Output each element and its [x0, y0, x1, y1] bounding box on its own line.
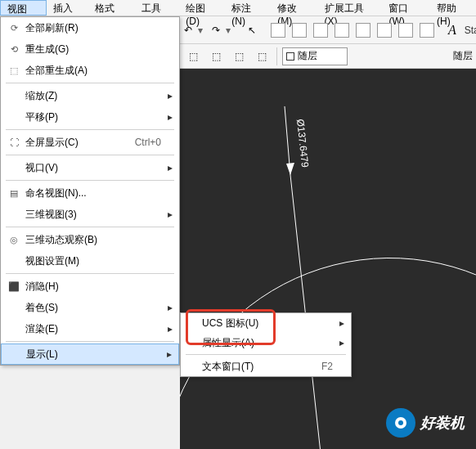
tool-icon-4[interactable] — [334, 20, 350, 40]
menu-item-11[interactable]: ▤命名视图(N)... — [1, 182, 179, 204]
menu-item-15[interactable]: 视图设置(M) — [1, 250, 179, 272]
menu-item-icon — [6, 161, 22, 174]
undo-icon[interactable]: ↶ — [183, 20, 193, 40]
tool-icon-3[interactable] — [312, 20, 329, 40]
menu-item-label: 全屏显示(C) — [22, 136, 135, 150]
submenu-item-1[interactable]: 属性显示(A)▸ — [181, 333, 351, 352]
menu-help[interactable]: 帮助(H) — [430, 0, 476, 16]
submenu-arrow-icon: ▸ — [164, 348, 172, 360]
watermark: 好装机 — [386, 408, 465, 438]
menu-item-label: 视图设置(M) — [22, 254, 161, 268]
menu-draw[interactable]: 绘图(D) — [179, 0, 225, 16]
text-style-icon[interactable]: A — [448, 23, 456, 38]
menu-item-label: 消隐(H) — [22, 280, 161, 294]
submenu-arrow-icon: ▸ — [164, 90, 173, 101]
menu-item-2[interactable]: ⬚全部重生成(A) — [1, 60, 179, 81]
tool-icon-1[interactable] — [270, 20, 286, 40]
menubar: 视图(V) 插入(I) 格式(O) 工具(T) 绘图(D) 标注(N) 修改(M… — [0, 0, 476, 16]
layer-icon-1[interactable]: ⬚ — [183, 47, 203, 66]
menu-window[interactable]: 窗口(W) — [382, 0, 430, 16]
layer-icon-4[interactable]: ⬚ — [252, 47, 272, 66]
menu-item-17[interactable]: ⬛消隐(H) — [1, 276, 179, 297]
menu-item-12[interactable]: 三维视图(3)▸ — [1, 204, 179, 225]
menu-dimension[interactable]: 标注(N) — [225, 0, 271, 16]
menu-item-icon: ◎ — [6, 233, 22, 246]
submenu-arrow-icon: ▸ — [164, 162, 173, 173]
menu-item-label: 三维视图(3) — [22, 208, 161, 222]
menu-item-18[interactable]: 着色(S)▸ — [1, 297, 179, 318]
drawing-canvas[interactable]: Ø137.6479 — [180, 69, 476, 449]
menu-item-icon: ⬚ — [6, 64, 22, 77]
menu-item-shortcut: Ctrl+0 — [135, 137, 161, 148]
submenu-arrow-icon: ▸ — [336, 317, 344, 329]
menu-item-icon: ⟳ — [6, 21, 22, 34]
menu-item-7[interactable]: ⛶全屏显示(C)Ctrl+0 — [1, 132, 179, 153]
layer-icon-3[interactable]: ⬚ — [229, 47, 249, 66]
tool-icon-7[interactable] — [397, 20, 414, 40]
menu-item-icon — [6, 301, 22, 314]
menu-item-label: 全部刷新(R) — [22, 21, 161, 35]
submenu-item-label: 文本窗口(T) — [202, 360, 321, 374]
layer-icon-2[interactable]: ⬚ — [206, 47, 226, 66]
tool-icon-6[interactable] — [376, 20, 393, 40]
menu-item-label: 视口(V) — [22, 161, 161, 175]
submenu-item-shortcut: F2 — [321, 361, 333, 372]
menu-item-label: 渲染(E) — [22, 322, 161, 336]
view-menu-dropdown: ⟳全部刷新(R)⟲重生成(G)⬚全部重生成(A)缩放(Z)▸平移(P)▸⛶全屏显… — [0, 16, 180, 366]
menu-item-4[interactable]: 缩放(Z)▸ — [1, 85, 179, 106]
menu-view[interactable]: 视图(V) — [0, 0, 47, 16]
display-submenu: UCS 图标(U)▸属性显示(A)▸文本窗口(T)F2 — [180, 312, 352, 377]
menu-item-icon: ⟲ — [6, 43, 22, 56]
menu-item-19[interactable]: 渲染(E)▸ — [1, 318, 179, 339]
submenu-arrow-icon: ▸ — [164, 209, 173, 220]
menu-item-icon — [6, 208, 22, 221]
submenu-item-3[interactable]: 文本窗口(T)F2 — [181, 357, 351, 376]
submenu-item-0[interactable]: UCS 图标(U)▸ — [181, 313, 351, 333]
menu-insert[interactable]: 插入(I) — [47, 0, 88, 16]
menu-item-icon — [6, 322, 22, 335]
tool-icon-2[interactable] — [291, 20, 308, 40]
toolbar-2: ⬚ ⬚ ⬚ ⬚ 随层 随层 — [180, 44, 476, 69]
menu-item-label: 重生成(G) — [22, 43, 161, 56]
submenu-item-label: 属性显示(A) — [202, 336, 333, 350]
menu-item-label: 着色(S) — [22, 301, 161, 315]
menu-extra[interactable]: 扩展工具(X) — [318, 0, 383, 16]
menu-item-label: 显示(L) — [23, 348, 160, 361]
menu-item-9[interactable]: 视口(V)▸ — [1, 157, 179, 178]
menu-item-14[interactable]: ◎三维动态观察(B) — [1, 229, 179, 250]
dimension-text: Ø137.6479 — [294, 119, 311, 168]
menu-item-icon: ⛶ — [6, 136, 22, 149]
layer-name-2: 随层 — [453, 49, 473, 63]
style-name: Stan — [465, 25, 476, 36]
tool-icon-5[interactable] — [355, 20, 371, 40]
submenu-item-label: UCS 图标(U) — [202, 317, 333, 330]
menu-item-icon — [6, 89, 22, 102]
menu-item-icon — [6, 254, 22, 267]
submenu-arrow-icon: ▸ — [164, 323, 173, 335]
menu-item-icon — [6, 110, 22, 123]
menu-item-21[interactable]: 显示(L)▸ — [1, 343, 179, 365]
menu-item-icon: ▤ — [6, 186, 22, 200]
menu-item-label: 平移(P) — [22, 110, 161, 124]
layer-dropdown-label: 随层 — [298, 49, 317, 63]
drawing-content: Ø137.6479 — [180, 69, 476, 449]
submenu-arrow-icon: ▸ — [164, 111, 173, 123]
svg-marker-2 — [286, 163, 294, 175]
menu-item-label: 全部重生成(A) — [22, 64, 161, 78]
layer-color-swatch — [286, 52, 294, 61]
menu-tools[interactable]: 工具(T) — [135, 0, 180, 16]
watermark-logo-icon — [386, 408, 415, 438]
menu-item-label: 缩放(Z) — [22, 89, 161, 103]
menu-item-label: 命名视图(N)... — [22, 186, 161, 200]
cursor-icon[interactable]: ↖ — [247, 20, 257, 40]
redo-icon[interactable]: ↷ — [211, 20, 221, 40]
tool-icon-8[interactable] — [419, 20, 435, 40]
watermark-text: 好装机 — [420, 413, 465, 433]
menu-item-0[interactable]: ⟳全部刷新(R) — [1, 17, 179, 38]
menu-format[interactable]: 格式(O) — [88, 0, 135, 16]
menu-item-icon: ⬛ — [6, 280, 22, 293]
menu-item-1[interactable]: ⟲重生成(G) — [1, 38, 179, 60]
menu-item-5[interactable]: 平移(P)▸ — [1, 106, 179, 128]
menu-modify[interactable]: 修改(M) — [271, 0, 317, 16]
layer-dropdown[interactable]: 随层 — [282, 47, 348, 65]
